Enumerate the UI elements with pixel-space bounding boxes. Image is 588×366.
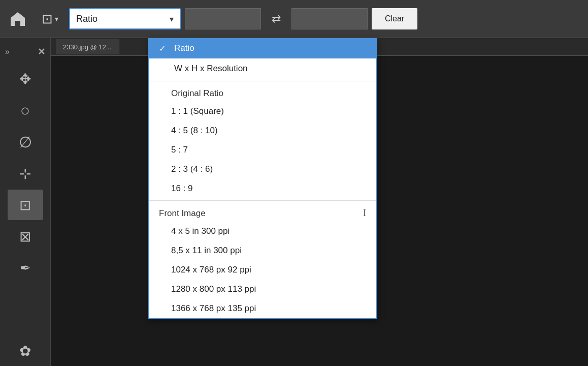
dropdown-item-ratio[interactable]: ✓ Ratio: [149, 38, 376, 58]
dropdown-item-1024x768[interactable]: 1024 x 768 px 92 ppi: [149, 260, 376, 280]
section-original-ratio-header: Original Ratio: [149, 83, 376, 102]
sidebar-item-ellipse-lasso[interactable]: ○: [8, 95, 43, 126]
swap-button[interactable]: ⇄: [265, 8, 287, 29]
toolbar: ⊡ ▾ Ratio ▾ ⇄ Clear: [0, 0, 588, 38]
move-icon: ✥: [19, 71, 31, 87]
dropdown-item-1366x768[interactable]: 1366 x 768 px 135 ppi: [149, 299, 376, 318]
dropdown-item-1x1[interactable]: 1 : 1 (Square): [149, 102, 376, 121]
sidebar-item-settings[interactable]: ✿: [8, 336, 43, 366]
dropdown-item-4x5[interactable]: 4 : 5 (8 : 10): [149, 121, 376, 140]
divider-2: [149, 200, 376, 201]
width-input[interactable]: [185, 8, 261, 29]
check-icon: ✓: [159, 44, 169, 53]
sidebar-item-crop[interactable]: ⊡: [8, 190, 43, 220]
sidebar-item-selection-transform[interactable]: ⊹: [8, 158, 43, 189]
dropdown-item-wxhxres[interactable]: W x H x Resolution: [149, 58, 376, 79]
eyedropper-icon: ✒: [20, 260, 31, 276]
selection-transform-icon: ⊹: [19, 165, 31, 182]
swap-icon: ⇄: [272, 12, 281, 25]
frame-icon: ⊠: [19, 228, 31, 245]
sidebar-item-eyedropper[interactable]: ✒: [8, 253, 43, 283]
home-button[interactable]: [5, 6, 30, 32]
sidebar: » ✕ ✥ ○ ∅ ⊹ ⊡ ⊠ ✒ ✿: [0, 38, 51, 366]
sidebar-expand-icon[interactable]: »: [5, 47, 10, 56]
crop-chevron-icon: ▾: [55, 15, 58, 23]
section-front-image-header: Front Image I: [149, 203, 376, 222]
dropdown-item-1280x800[interactable]: 1280 x 800 px 113 ppi: [149, 280, 376, 299]
sidebar-item-freehand-lasso[interactable]: ∅: [8, 127, 43, 157]
dropdown-item-4x5in[interactable]: 4 x 5 in 300 ppi: [149, 222, 376, 241]
height-input[interactable]: [291, 8, 368, 29]
crop-tool-icon: ⊡: [19, 197, 31, 214]
dropdown-item-16x9[interactable]: 16 : 9: [149, 179, 376, 198]
clear-button[interactable]: Clear: [372, 8, 417, 29]
sidebar-item-move[interactable]: ✥: [8, 64, 43, 94]
dropdown-item-5x7[interactable]: 5 : 7: [149, 140, 376, 160]
settings-icon: ✿: [19, 343, 31, 359]
ellipse-lasso-icon: ○: [20, 101, 30, 120]
tab-current-file[interactable]: 2330.jpg @ 12...: [56, 39, 119, 54]
sidebar-close-icon[interactable]: ✕: [38, 46, 45, 57]
freehand-lasso-icon: ∅: [19, 133, 32, 151]
ratio-dropdown-label: Ratio: [76, 14, 97, 24]
chevron-down-icon: ▾: [170, 14, 174, 24]
crop-tool-button[interactable]: ⊡ ▾: [35, 6, 65, 32]
sidebar-item-frame[interactable]: ⊠: [8, 221, 43, 252]
dropdown-item-2x3[interactable]: 2 : 3 (4 : 6): [149, 160, 376, 179]
cursor-icon: I: [363, 208, 366, 219]
home-icon: [10, 11, 26, 27]
sidebar-top-bar: » ✕: [0, 43, 50, 60]
divider-1: [149, 81, 376, 81]
ratio-dropdown-menu: ✓ Ratio W x H x Resolution Original Rati…: [148, 38, 377, 319]
crop-icon: ⊡: [42, 11, 53, 27]
ratio-dropdown[interactable]: Ratio ▾: [69, 8, 181, 29]
dropdown-item-8x11in[interactable]: 8,5 x 11 in 300 ppi: [149, 241, 376, 260]
